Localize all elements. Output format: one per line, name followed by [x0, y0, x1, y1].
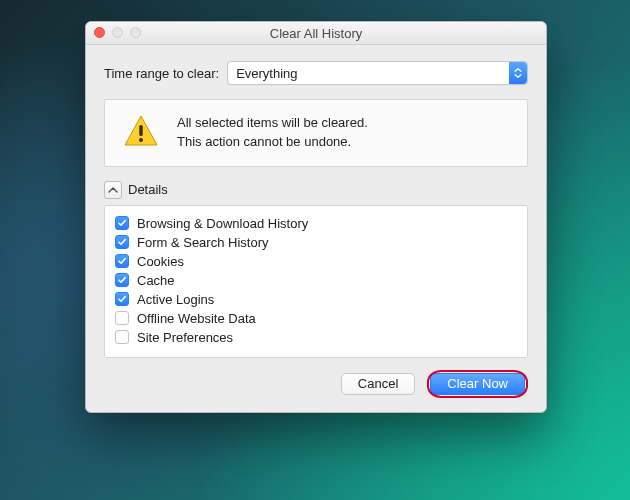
clear-now-button-label: Clear Now [447, 376, 508, 391]
checkbox-checked-icon[interactable] [115, 235, 129, 249]
svg-point-1 [139, 138, 143, 142]
warning-text: All selected items will be cleared. This… [177, 114, 368, 152]
details-item-label: Form & Search History [137, 235, 268, 250]
checkbox-checked-icon[interactable] [115, 273, 129, 287]
minimize-window-button [112, 27, 123, 38]
details-item-label: Active Logins [137, 292, 214, 307]
warning-line-1: All selected items will be cleared. [177, 114, 368, 133]
warning-line-2: This action cannot be undone. [177, 133, 368, 152]
time-range-select[interactable]: Everything [227, 61, 528, 85]
titlebar[interactable]: Clear All History [86, 22, 546, 45]
clear-now-button[interactable]: Clear Now [430, 373, 525, 395]
warning-icon [123, 114, 159, 151]
close-window-button[interactable] [94, 27, 105, 38]
time-range-row: Time range to clear: Everything [104, 61, 528, 85]
details-item[interactable]: Active Logins [115, 290, 517, 309]
desktop-background: Clear All History Time range to clear: E… [0, 0, 630, 500]
details-item[interactable]: Form & Search History [115, 233, 517, 252]
checkbox-checked-icon[interactable] [115, 292, 129, 306]
dialog-buttons: Cancel Clear Now [104, 370, 528, 398]
checkbox-unchecked-icon[interactable] [115, 311, 129, 325]
details-header[interactable]: Details [104, 181, 528, 199]
disclosure-toggle[interactable] [104, 181, 122, 199]
details-list: Browsing & Download HistoryForm & Search… [104, 205, 528, 358]
details-item-label: Cookies [137, 254, 184, 269]
details-item[interactable]: Cache [115, 271, 517, 290]
checkbox-checked-icon[interactable] [115, 216, 129, 230]
details-item-label: Site Preferences [137, 330, 233, 345]
window-title: Clear All History [270, 26, 362, 41]
cancel-button-label: Cancel [358, 376, 398, 391]
details-item[interactable]: Cookies [115, 252, 517, 271]
time-range-label: Time range to clear: [104, 66, 219, 81]
details-item-label: Cache [137, 273, 175, 288]
dialog-content: Time range to clear: Everything [86, 45, 546, 412]
checkbox-unchecked-icon[interactable] [115, 330, 129, 344]
details-item[interactable]: Browsing & Download History [115, 214, 517, 233]
details-item-label: Offline Website Data [137, 311, 256, 326]
select-stepper-icon [509, 62, 527, 84]
details-item[interactable]: Site Preferences [115, 328, 517, 347]
window-controls [94, 27, 141, 38]
cancel-button[interactable]: Cancel [341, 373, 415, 395]
checkbox-checked-icon[interactable] [115, 254, 129, 268]
details-item[interactable]: Offline Website Data [115, 309, 517, 328]
clear-now-highlight: Clear Now [427, 370, 528, 398]
dialog-window: Clear All History Time range to clear: E… [85, 21, 547, 413]
zoom-window-button [130, 27, 141, 38]
details-item-label: Browsing & Download History [137, 216, 308, 231]
warning-box: All selected items will be cleared. This… [104, 99, 528, 167]
details-label: Details [128, 182, 168, 197]
svg-rect-0 [139, 125, 142, 136]
time-range-value: Everything [236, 66, 297, 81]
